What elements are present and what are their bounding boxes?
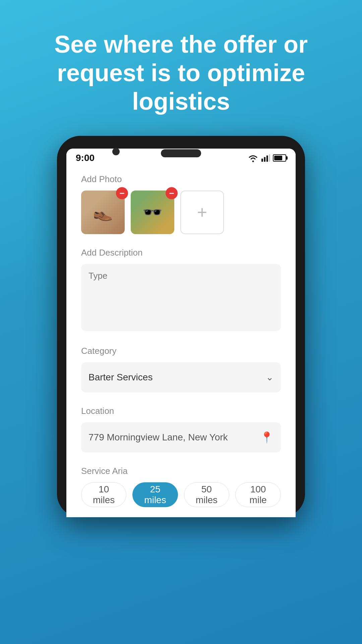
wifi-icon — [247, 154, 259, 162]
svg-rect-1 — [264, 157, 265, 162]
status-time: 9:00 — [76, 153, 95, 163]
location-value: 779 Morningview Lane, New York — [88, 432, 228, 443]
phone-device: 9:00 — [57, 136, 305, 517]
add-description-label: Add Description — [81, 248, 281, 258]
signal-icon — [261, 154, 270, 162]
add-photo-button[interactable]: + — [180, 191, 224, 234]
screen-content: Add Photo 👞 − 🕶️ − + — [66, 167, 296, 517]
location-field[interactable]: 779 Morningview Lane, New York 📍 — [81, 422, 281, 452]
svg-rect-3 — [269, 154, 270, 162]
miles-50-button[interactable]: 50 miles — [184, 482, 229, 507]
chevron-down-icon: ⌄ — [266, 372, 274, 383]
miles-10-button[interactable]: 10 miles — [81, 482, 126, 507]
photo-thumb-sunglasses[interactable]: 🕶️ − — [131, 191, 174, 234]
service-area-label: Service Aria — [81, 466, 281, 476]
category-dropdown[interactable]: Barter Services ⌄ — [81, 362, 281, 392]
miles-100-button[interactable]: 100 mile — [235, 482, 281, 507]
hero-title: See where the offer or request is to opt… — [30, 30, 332, 116]
svg-rect-2 — [266, 155, 268, 162]
status-icons — [247, 154, 286, 162]
remove-shoe-button[interactable]: − — [116, 187, 128, 199]
description-input[interactable] — [81, 264, 281, 331]
category-value: Barter Services — [88, 372, 153, 383]
phone-screen: 9:00 — [66, 149, 296, 517]
add-photo-label: Add Photo — [81, 174, 281, 184]
miles-25-button[interactable]: 25 miles — [132, 482, 178, 507]
remove-sunglasses-button[interactable]: − — [166, 187, 178, 199]
phone-speaker — [161, 149, 201, 157]
location-label: Location — [81, 406, 281, 416]
miles-row: 10 miles 25 miles 50 miles 100 mile — [81, 482, 281, 517]
location-pin-icon: 📍 — [260, 431, 274, 444]
battery-icon — [273, 154, 286, 162]
photo-thumb-shoes[interactable]: 👞 − — [81, 191, 125, 234]
category-label: Category — [81, 346, 281, 356]
camera-dot — [112, 148, 120, 155]
svg-rect-0 — [261, 159, 263, 162]
photo-row: 👞 − 🕶️ − + — [81, 191, 281, 234]
